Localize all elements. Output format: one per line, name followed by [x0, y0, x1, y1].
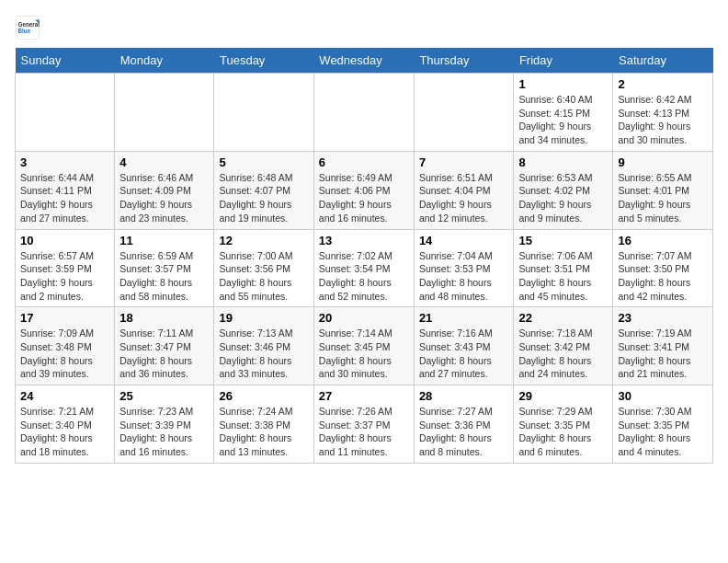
day-cell: 8Sunrise: 6:53 AMSunset: 4:02 PMDaylight… — [514, 151, 613, 229]
day-number: 16 — [618, 234, 708, 247]
day-number: 29 — [518, 389, 608, 403]
day-number: 1 — [518, 77, 608, 91]
day-number: 12 — [219, 234, 308, 247]
day-cell: 23Sunrise: 7:19 AMSunset: 3:41 PMDayligh… — [613, 307, 713, 385]
day-cell: 30Sunrise: 7:30 AMSunset: 3:35 PMDayligh… — [613, 385, 713, 464]
day-number: 21 — [419, 311, 509, 325]
day-info: Sunrise: 7:24 AMSunset: 3:38 PMDaylight:… — [219, 405, 308, 459]
logo-icon: General Blue — [15, 15, 40, 40]
header-monday: Monday — [115, 48, 214, 74]
day-cell — [115, 74, 214, 152]
header-thursday: Thursday — [414, 48, 514, 74]
day-info: Sunrise: 7:14 AMSunset: 3:45 PMDaylight:… — [319, 327, 409, 381]
day-number: 11 — [119, 234, 209, 247]
day-number: 14 — [419, 234, 509, 247]
day-info: Sunrise: 7:29 AMSunset: 3:35 PMDaylight:… — [518, 405, 608, 459]
day-cell: 22Sunrise: 7:18 AMSunset: 3:42 PMDayligh… — [514, 307, 613, 385]
header-wednesday: Wednesday — [313, 48, 414, 74]
logo: General Blue — [15, 15, 44, 40]
day-number: 18 — [119, 311, 209, 325]
day-info: Sunrise: 6:49 AMSunset: 4:06 PMDaylight:… — [319, 171, 409, 225]
day-cell — [214, 74, 313, 152]
day-cell: 28Sunrise: 7:27 AMSunset: 3:36 PMDayligh… — [414, 385, 514, 464]
header-tuesday: Tuesday — [214, 48, 313, 74]
day-cell: 26Sunrise: 7:24 AMSunset: 3:38 PMDayligh… — [214, 385, 313, 464]
calendar: SundayMondayTuesdayWednesdayThursdayFrid… — [15, 48, 713, 464]
day-cell: 21Sunrise: 7:16 AMSunset: 3:43 PMDayligh… — [414, 307, 514, 385]
day-cell: 20Sunrise: 7:14 AMSunset: 3:45 PMDayligh… — [313, 307, 414, 385]
day-number: 9 — [618, 155, 708, 169]
day-cell: 27Sunrise: 7:26 AMSunset: 3:37 PMDayligh… — [313, 385, 414, 464]
day-info: Sunrise: 7:27 AMSunset: 3:36 PMDaylight:… — [419, 405, 509, 459]
header-sunday: Sunday — [16, 48, 115, 74]
day-info: Sunrise: 7:16 AMSunset: 3:43 PMDaylight:… — [419, 327, 509, 381]
day-number: 15 — [518, 234, 608, 247]
day-cell: 29Sunrise: 7:29 AMSunset: 3:35 PMDayligh… — [514, 385, 613, 464]
svg-text:Blue: Blue — [18, 28, 31, 34]
day-cell: 3Sunrise: 6:44 AMSunset: 4:11 PMDaylight… — [16, 151, 115, 229]
day-number: 20 — [319, 311, 409, 325]
day-info: Sunrise: 7:18 AMSunset: 3:42 PMDaylight:… — [518, 327, 608, 381]
day-number: 5 — [219, 155, 308, 169]
day-info: Sunrise: 6:46 AMSunset: 4:09 PMDaylight:… — [119, 171, 209, 225]
day-info: Sunrise: 7:06 AMSunset: 3:51 PMDaylight:… — [518, 249, 608, 304]
day-number: 3 — [20, 155, 109, 169]
day-info: Sunrise: 6:42 AMSunset: 4:13 PMDaylight:… — [618, 93, 708, 147]
day-number: 23 — [618, 311, 708, 325]
week-row-1: 1Sunrise: 6:40 AMSunset: 4:15 PMDaylight… — [16, 74, 713, 152]
day-cell: 10Sunrise: 6:57 AMSunset: 3:59 PMDayligh… — [16, 229, 115, 307]
header-friday: Friday — [514, 48, 613, 74]
day-number: 25 — [119, 389, 209, 403]
day-cell: 2Sunrise: 6:42 AMSunset: 4:13 PMDaylight… — [613, 74, 713, 152]
day-info: Sunrise: 7:07 AMSunset: 3:50 PMDaylight:… — [618, 249, 708, 304]
day-info: Sunrise: 7:13 AMSunset: 3:46 PMDaylight:… — [219, 327, 308, 381]
week-row-5: 24Sunrise: 7:21 AMSunset: 3:40 PMDayligh… — [16, 385, 713, 464]
day-number: 10 — [20, 234, 109, 247]
day-number: 27 — [319, 389, 409, 403]
day-cell: 15Sunrise: 7:06 AMSunset: 3:51 PMDayligh… — [514, 229, 613, 307]
day-cell: 4Sunrise: 6:46 AMSunset: 4:09 PMDaylight… — [115, 151, 214, 229]
day-info: Sunrise: 7:00 AMSunset: 3:56 PMDaylight:… — [219, 249, 308, 304]
day-cell: 7Sunrise: 6:51 AMSunset: 4:04 PMDaylight… — [414, 151, 514, 229]
day-number: 24 — [20, 389, 109, 403]
day-number: 4 — [119, 155, 209, 169]
day-cell: 9Sunrise: 6:55 AMSunset: 4:01 PMDaylight… — [613, 151, 713, 229]
day-number: 22 — [518, 311, 608, 325]
day-number: 8 — [518, 155, 608, 169]
day-info: Sunrise: 6:57 AMSunset: 3:59 PMDaylight:… — [20, 249, 109, 304]
day-info: Sunrise: 7:26 AMSunset: 3:37 PMDaylight:… — [319, 405, 409, 459]
header-saturday: Saturday — [613, 48, 713, 74]
day-info: Sunrise: 6:53 AMSunset: 4:02 PMDaylight:… — [518, 171, 608, 225]
day-info: Sunrise: 6:44 AMSunset: 4:11 PMDaylight:… — [20, 171, 109, 225]
day-cell: 1Sunrise: 6:40 AMSunset: 4:15 PMDaylight… — [514, 74, 613, 152]
day-info: Sunrise: 7:02 AMSunset: 3:54 PMDaylight:… — [319, 249, 409, 304]
day-cell: 13Sunrise: 7:02 AMSunset: 3:54 PMDayligh… — [313, 229, 414, 307]
day-cell: 24Sunrise: 7:21 AMSunset: 3:40 PMDayligh… — [16, 385, 115, 464]
day-number: 17 — [20, 311, 109, 325]
day-info: Sunrise: 6:55 AMSunset: 4:01 PMDaylight:… — [618, 171, 708, 225]
day-cell: 18Sunrise: 7:11 AMSunset: 3:47 PMDayligh… — [115, 307, 214, 385]
day-cell: 16Sunrise: 7:07 AMSunset: 3:50 PMDayligh… — [613, 229, 713, 307]
day-info: Sunrise: 6:51 AMSunset: 4:04 PMDaylight:… — [419, 171, 509, 225]
day-cell: 25Sunrise: 7:23 AMSunset: 3:39 PMDayligh… — [115, 385, 214, 464]
day-info: Sunrise: 7:04 AMSunset: 3:53 PMDaylight:… — [419, 249, 509, 304]
day-cell — [414, 74, 514, 152]
day-info: Sunrise: 7:11 AMSunset: 3:47 PMDaylight:… — [119, 327, 209, 381]
week-row-3: 10Sunrise: 6:57 AMSunset: 3:59 PMDayligh… — [16, 229, 713, 307]
day-number: 2 — [618, 77, 708, 91]
day-cell: 11Sunrise: 6:59 AMSunset: 3:57 PMDayligh… — [115, 229, 214, 307]
calendar-header-row: SundayMondayTuesdayWednesdayThursdayFrid… — [16, 48, 713, 74]
day-info: Sunrise: 7:23 AMSunset: 3:39 PMDaylight:… — [119, 405, 209, 459]
day-info: Sunrise: 7:19 AMSunset: 3:41 PMDaylight:… — [618, 327, 708, 381]
day-cell: 17Sunrise: 7:09 AMSunset: 3:48 PMDayligh… — [16, 307, 115, 385]
day-number: 19 — [219, 311, 308, 325]
week-row-4: 17Sunrise: 7:09 AMSunset: 3:48 PMDayligh… — [16, 307, 713, 385]
day-info: Sunrise: 7:09 AMSunset: 3:48 PMDaylight:… — [20, 327, 109, 381]
day-info: Sunrise: 6:40 AMSunset: 4:15 PMDaylight:… — [518, 93, 608, 147]
day-number: 26 — [219, 389, 308, 403]
day-cell — [313, 74, 414, 152]
day-cell: 6Sunrise: 6:49 AMSunset: 4:06 PMDaylight… — [313, 151, 414, 229]
day-number: 7 — [419, 155, 509, 169]
day-number: 6 — [319, 155, 409, 169]
day-cell — [16, 74, 115, 152]
